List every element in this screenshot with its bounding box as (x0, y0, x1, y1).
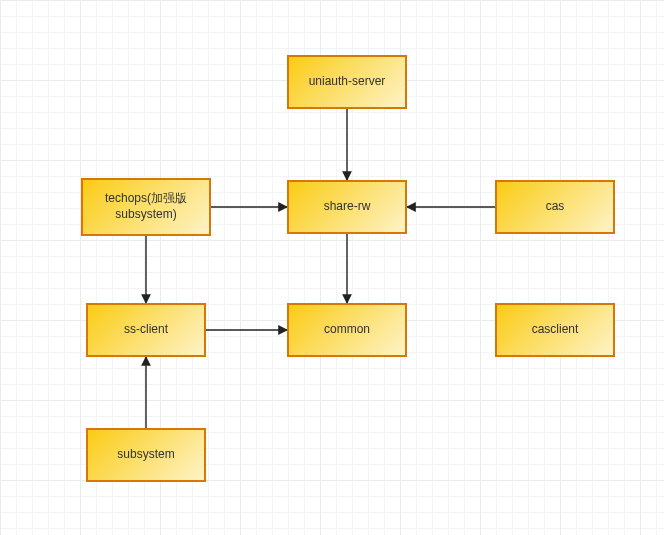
node-label: cas (546, 199, 565, 215)
node-label: ss-client (124, 322, 168, 338)
node-uniauth-server[interactable]: uniauth-server (287, 55, 407, 109)
node-label: uniauth-server (309, 74, 386, 90)
node-label: casclient (532, 322, 579, 338)
node-subsystem[interactable]: subsystem (86, 428, 206, 482)
node-techops[interactable]: techops(加强版subsystem) (81, 178, 211, 236)
node-common[interactable]: common (287, 303, 407, 357)
node-label: techops(加强版subsystem) (105, 191, 187, 222)
node-cas[interactable]: cas (495, 180, 615, 234)
node-ss-client[interactable]: ss-client (86, 303, 206, 357)
node-casclient[interactable]: casclient (495, 303, 615, 357)
node-label: share-rw (324, 199, 371, 215)
node-label: subsystem (117, 447, 174, 463)
node-label: common (324, 322, 370, 338)
node-share-rw[interactable]: share-rw (287, 180, 407, 234)
